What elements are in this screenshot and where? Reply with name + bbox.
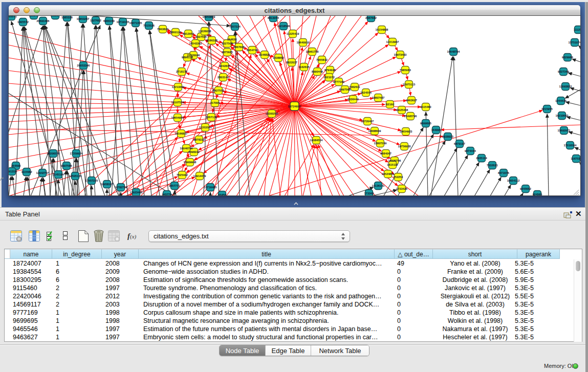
svg-text:8822037: 8822037 [286,61,297,64]
svg-text:264590: 264590 [11,164,21,167]
svg-text:252254: 252254 [394,176,404,179]
svg-text:16120746: 16120746 [388,159,401,162]
svg-text:7625402: 7625402 [177,173,188,177]
svg-text:20206576: 20206576 [47,152,60,155]
svg-text:16046796: 16046796 [180,147,193,150]
svg-text:2867608: 2867608 [233,46,245,49]
svg-text:6879197: 6879197 [454,142,465,145]
svg-text:924565: 924565 [533,193,542,195]
svg-text:154638: 154638 [227,38,237,41]
svg-text:8427552: 8427552 [213,89,224,92]
svg-text:16543362: 16543362 [189,42,202,45]
svg-text:1162615: 1162615 [298,65,309,69]
svg-text:19384554: 19384554 [310,139,323,142]
svg-text:173342: 173342 [364,192,374,195]
svg-text:9463627: 9463627 [406,99,417,102]
svg-text:17957225: 17957225 [85,179,98,182]
svg-text:1115682: 1115682 [21,170,32,173]
svg-text:8990448: 8990448 [312,70,323,73]
svg-text:945779: 945779 [162,193,172,195]
svg-text:9397586: 9397586 [61,164,72,167]
svg-text:9327505: 9327505 [195,35,207,38]
svg-text:417006: 417006 [210,101,220,104]
svg-text:1167534: 1167534 [571,157,580,160]
svg-text:9146821: 9146821 [259,53,270,56]
svg-text:3215955: 3215955 [541,107,553,111]
svg-text:9115460: 9115460 [420,105,431,108]
svg-text:7955812: 7955812 [316,58,328,61]
svg-text:16648784: 16648784 [447,50,461,53]
svg-text:8938923: 8938923 [442,135,453,138]
svg-text:7663822: 7663822 [157,28,168,31]
svg-text:9684067: 9684067 [380,152,391,155]
svg-text:19654923: 19654923 [400,130,412,133]
svg-text:20691406: 20691406 [37,19,50,23]
svg-text:9777169: 9777169 [333,80,344,83]
svg-text:10688609: 10688609 [368,129,381,133]
svg-text:6794028: 6794028 [324,69,336,72]
svg-text:3875685: 3875685 [222,51,233,54]
svg-text:5498222: 5498222 [188,150,200,154]
svg-text:8454749: 8454749 [247,49,258,52]
svg-text:25495796: 25495796 [404,115,417,118]
svg-text:111253: 111253 [574,28,580,31]
svg-text:7515526: 7515526 [143,24,155,27]
svg-text:10961758: 10961758 [306,50,319,53]
svg-text:11325419: 11325419 [287,32,299,35]
svg-text:12093822: 12093822 [559,85,572,88]
svg-text:10719155: 10719155 [117,20,129,24]
svg-text:15692971: 15692971 [558,129,571,132]
svg-text:7357224: 7357224 [229,25,241,28]
svg-text:19218506: 19218506 [277,25,290,28]
svg-text:1615112: 1615112 [387,163,398,166]
svg-text:8912954: 8912954 [183,32,194,35]
svg-text:18724007: 18724007 [288,105,301,108]
svg-text:15716485: 15716485 [204,186,217,189]
svg-text:6966160: 6966160 [103,19,115,23]
svg-text:17016504: 17016504 [564,144,577,147]
svg-text:9245652: 9245652 [520,187,531,190]
svg-text:391319: 391319 [9,170,16,173]
svg-text:9474444: 9474444 [465,149,476,152]
svg-text:12923466: 12923466 [130,191,143,194]
svg-text:16107553: 16107553 [171,101,184,104]
svg-text:12942757: 12942757 [36,171,49,174]
svg-text:16210643: 16210643 [556,114,569,117]
svg-text:10853267: 10853267 [77,17,90,20]
svg-text:3267130: 3267130 [206,116,217,119]
svg-text:1621072: 1621072 [323,76,335,79]
svg-text:10025458: 10025458 [396,108,408,112]
svg-text:7462611: 7462611 [349,85,360,89]
svg-text:1538852: 1538852 [273,56,284,59]
svg-text:19654955: 19654955 [171,116,184,119]
svg-text:19166827: 19166827 [175,132,188,135]
svg-text:1733426: 1733426 [396,187,407,190]
svg-text:10654112: 10654112 [507,179,520,182]
svg-text:9327508: 9327508 [222,42,233,45]
svg-text:16782759: 16782759 [115,186,127,189]
svg-text:14914479: 14914479 [193,174,206,178]
svg-text:8813054: 8813054 [268,16,279,19]
svg-text:9329966: 9329966 [562,56,573,59]
svg-text:1624554: 1624554 [360,91,372,94]
svg-text:9699695: 9699695 [420,122,431,125]
svg-text:17359924: 17359924 [70,152,83,155]
svg-text:14136141: 14136141 [372,184,385,187]
svg-text:9896138: 9896138 [182,56,193,59]
svg-text:18300295: 18300295 [266,112,278,115]
svg-text:10973493: 10973493 [394,53,407,56]
svg-text:10958107: 10958107 [101,183,114,186]
svg-text:7632621: 7632621 [487,164,498,167]
svg-text:18640910: 18640910 [297,41,310,44]
svg-text:7485063: 7485063 [400,69,411,72]
svg-text:16154808: 16154808 [376,28,388,31]
svg-text:62160: 62160 [386,103,394,106]
svg-text:1145194: 1145194 [53,173,64,176]
svg-text:2935114: 2935114 [476,157,487,160]
svg-text:92450: 92450 [218,193,226,195]
svg-text:10807487: 10807487 [372,96,385,99]
svg-text:29053346: 29053346 [77,64,90,67]
svg-text:9242845: 9242845 [219,64,230,68]
svg-text:12213967: 12213967 [386,40,399,43]
svg-text:12975115: 12975115 [403,83,416,86]
